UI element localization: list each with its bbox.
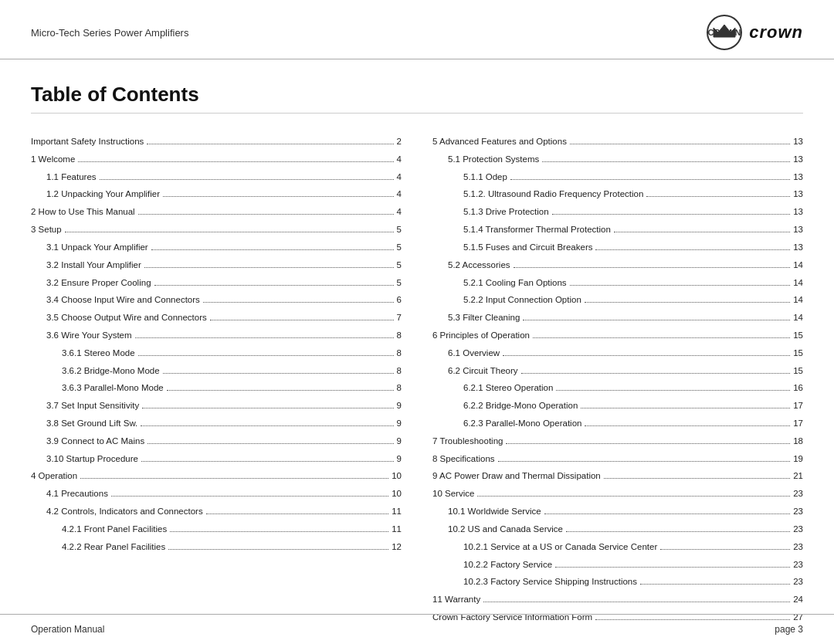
toc-entry-dots (206, 514, 389, 514)
toc-entry-page: 2 (397, 135, 402, 149)
toc-entry-dots (141, 461, 394, 462)
toc-heading: Table of Contents (31, 83, 803, 114)
crown-brand-text: crown (749, 22, 803, 42)
toc-entry-label: 6.1 Overview (432, 347, 500, 361)
toc-entry-page: 9 (397, 399, 402, 413)
toc-entry-dots (147, 443, 393, 444)
toc-entry-label: 4.2.1 Front Panel Facilities (31, 523, 167, 537)
toc-entry-label: 5.3 Filter Cleaning (432, 311, 520, 325)
toc-entry-label: 3.6.2 Bridge-Mono Mode (31, 364, 160, 378)
toc-entry-page: 13 (793, 153, 803, 167)
toc-entry-dots (581, 408, 790, 408)
toc-entry-page: 8 (397, 347, 402, 361)
toc-entry-page: 10 (392, 469, 402, 483)
toc-entry: 10.2.3 Factory Service Shipping Instruct… (432, 575, 803, 589)
toc-entry-page: 8 (397, 364, 402, 378)
toc-entry-label: 3.1 Unpack Your Amplifier (31, 241, 148, 255)
toc-entry: 10 Service23 (432, 487, 803, 501)
toc-entry-label: 8 Specifications (432, 452, 495, 466)
toc-entry-label: 10.2.1 Service at a US or Canada Service… (432, 541, 657, 554)
toc-entry: 6.2.2 Bridge-Mono Operation17 (432, 399, 803, 413)
toc-entry-dots (542, 161, 790, 162)
toc-entry-label: 10.1 Worldwide Service (432, 505, 541, 519)
toc-entry-page: 23 (793, 541, 803, 554)
toc-entry: 6.2.1 Stereo Operation16 (432, 381, 803, 395)
toc-entry: 6 Principles of Operation15 (432, 329, 803, 343)
toc-entry-page: 9 (397, 435, 402, 449)
toc-entry-label: 4.2 Controls, Indicators and Connectors (31, 505, 203, 519)
toc-entry-label: 7 Troubleshooting (432, 435, 503, 449)
toc-entry-dots (585, 302, 790, 303)
toc-entry-page: 23 (793, 575, 803, 589)
toc-entry-dots (144, 267, 394, 268)
toc-entry-dots (555, 567, 790, 568)
toc-entry: 5.1 Protection Systems13 (432, 153, 803, 167)
toc-entry: 3.6 Wire Your System8 (31, 329, 402, 343)
toc-entry-dots (498, 461, 791, 462)
header-title: Micro-Tech Series Power Amplifiers (31, 27, 188, 39)
toc-entry: 6.2.3 Parallel-Mono Operation17 (432, 417, 803, 431)
toc-entry: 5.2.1 Cooling Fan Options14 (432, 276, 803, 290)
toc-entry-dots (167, 390, 394, 391)
toc-entry: 9 AC Power Draw and Thermal Dissipation2… (432, 469, 803, 483)
toc-entry: 10.2 US and Canada Service23 (432, 523, 803, 537)
toc-entry-page: 14 (793, 259, 803, 273)
toc-entry-page: 17 (793, 399, 803, 413)
toc-entry-dots (65, 232, 394, 232)
toc-entry-dots (552, 214, 791, 215)
toc-entry-dots (477, 496, 790, 497)
toc-entry-page: 13 (793, 223, 803, 237)
toc-entry-label: 3.8 Set Ground Lift Sw. (31, 417, 137, 431)
toc-entry: 10.2.2 Factory Service23 (432, 558, 803, 572)
toc-entry-page: 14 (793, 293, 803, 307)
toc-entry-label: 3 Setup (31, 223, 62, 237)
toc-entry-page: 24 (793, 593, 803, 607)
toc-entry-label: 1 Welcome (31, 153, 75, 167)
footer-right: page 3 (775, 624, 803, 635)
toc-entry-page: 16 (793, 381, 803, 395)
main-content: Table of Contents Important Safety Instr… (0, 59, 834, 644)
toc-entry-label: 10.2.3 Factory Service Shipping Instruct… (432, 575, 637, 589)
toc-entry-label: 5.1 Protection Systems (432, 153, 539, 167)
toc-entry-label: 5.2.2 Input Connection Option (432, 293, 581, 307)
toc-entry-dots (503, 355, 790, 356)
toc-entry-dots (78, 161, 393, 162)
toc-entry: 7 Troubleshooting18 (432, 435, 803, 449)
toc-entry-page: 23 (793, 558, 803, 572)
toc-entry-label: 2 How to Use This Manual (31, 205, 135, 219)
toc-entry-dots (203, 302, 394, 303)
toc-entry-dots (595, 249, 790, 250)
toc-entry-dots (556, 390, 790, 391)
footer: Operation Manual page 3 (0, 614, 834, 644)
toc-entry: 8 Specifications19 (432, 452, 803, 466)
logo-area: CROWN crown (706, 14, 803, 51)
toc-entry-page: 10 (392, 487, 402, 501)
toc-entry: 3.8 Set Ground Lift Sw.9 (31, 417, 402, 431)
toc-entry-label: 4.1 Precautions (31, 487, 108, 501)
toc-entry-page: 4 (397, 153, 402, 167)
header: Micro-Tech Series Power Amplifiers CROWN… (0, 0, 834, 59)
toc-entry-label: 3.6.1 Stereo Mode (31, 347, 135, 361)
toc-entry: 10.1 Worldwide Service23 (432, 505, 803, 519)
toc-entry-label: 4.2.2 Rear Panel Facilities (31, 541, 165, 554)
toc-entry: 4.1 Precautions10 (31, 487, 402, 501)
toc-entry: 3.7 Set Input Sensitivity9 (31, 399, 402, 413)
toc-entry-label: 11 Warranty (432, 593, 480, 607)
toc-entry-label: 1.2 Unpacking Your Amplifier (31, 188, 160, 202)
toc-entry-page: 8 (397, 329, 402, 343)
toc-entry-page: 4 (397, 188, 402, 202)
toc-entry: 5 Advanced Features and Options13 (432, 135, 803, 149)
toc-entry-dots (170, 531, 388, 532)
toc-entry-label: 3.2 Install Your Amplifier (31, 259, 141, 273)
toc-entry-label: 10.2.2 Factory Service (432, 558, 552, 572)
toc-entry-dots (100, 179, 394, 180)
toc-entry-label: 6.2.1 Stereo Operation (432, 381, 553, 395)
toc-entry-page: 5 (397, 259, 402, 273)
toc-entry: 3.4 Choose Input Wire and Connectors6 (31, 293, 402, 307)
toc-entry-dots (521, 373, 791, 374)
toc-entry-page: 13 (793, 135, 803, 149)
footer-left: Operation Manual (31, 624, 104, 635)
toc-entry-dots (614, 232, 790, 232)
toc-entry-label: 9 AC Power Draw and Thermal Dissipation (432, 469, 601, 483)
toc-entry-dots (168, 549, 388, 550)
